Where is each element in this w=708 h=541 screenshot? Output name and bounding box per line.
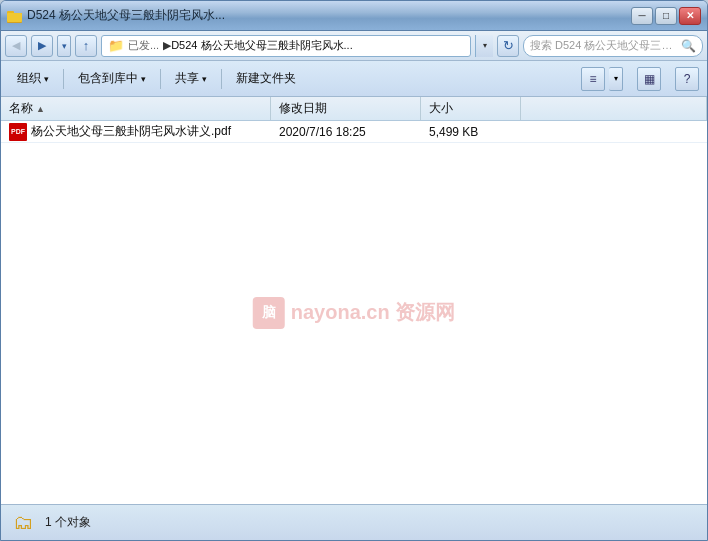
titlebar-buttons: ─ □ ✕ xyxy=(631,7,701,25)
view-dropdown-button[interactable]: ▾ xyxy=(609,67,623,91)
address-prefix: 已发... xyxy=(128,38,159,53)
table-row[interactable]: PDF 杨公天地父母三般卦阴宅风水讲义.pdf 2020/7/16 18:25 … xyxy=(1,121,707,143)
restore-button[interactable]: □ xyxy=(655,7,677,25)
watermark-logo: 脑 xyxy=(253,297,285,329)
svg-rect-2 xyxy=(7,13,22,22)
addressbar: ◀ ▶ ▾ ↑ 📁 已发... ▶ D524 杨公天地父母三般卦阴宅风水... … xyxy=(1,31,707,61)
sort-arrow: ▲ xyxy=(36,104,45,114)
search-placeholder: 搜索 D524 杨公天地父母三般卦阴宅... xyxy=(530,38,677,53)
new-folder-button[interactable]: 新建文件夹 xyxy=(228,65,304,93)
status-text: 1 个对象 xyxy=(45,514,91,531)
library-button[interactable]: 包含到库中 ▾ xyxy=(70,65,154,93)
titlebar-title: D524 杨公天地父母三般卦阴宅风水... xyxy=(27,7,225,24)
address-separator: ▶ xyxy=(163,39,171,52)
address-folder-icon: 📁 xyxy=(108,38,124,53)
share-dropdown-icon: ▾ xyxy=(202,74,207,84)
status-folder-icon: 🗂 xyxy=(13,511,37,535)
statusbar: 🗂 1 个对象 xyxy=(1,504,707,540)
column-header-name[interactable]: 名称 ▲ xyxy=(1,97,271,120)
toolbar-sep-3 xyxy=(221,69,222,89)
pdf-icon: PDF xyxy=(9,123,27,141)
column-headers: 名称 ▲ 修改日期 大小 xyxy=(1,97,707,121)
view-button[interactable]: ≡ xyxy=(581,67,605,91)
toolbar-sep-1 xyxy=(63,69,64,89)
organize-dropdown-icon: ▾ xyxy=(44,74,49,84)
address-main: D524 杨公天地父母三般卦阴宅风水... xyxy=(171,38,353,53)
toolbar: 组织 ▾ 包含到库中 ▾ 共享 ▾ 新建文件夹 ≡ ▾ ▦ ? xyxy=(1,61,707,97)
file-name-cell: PDF 杨公天地父母三般卦阴宅风水讲义.pdf xyxy=(1,123,271,141)
toolbar-right: ≡ ▾ ▦ ? xyxy=(581,67,699,91)
forward-button[interactable]: ▶ xyxy=(31,35,53,57)
layout-button[interactable]: ▦ xyxy=(637,67,661,91)
column-header-type[interactable] xyxy=(521,97,707,120)
nav-dropdown[interactable]: ▾ xyxy=(57,35,71,57)
column-header-size[interactable]: 大小 xyxy=(421,97,521,120)
back-button[interactable]: ◀ xyxy=(5,35,27,57)
window: D524 杨公天地父母三般卦阴宅风水... ─ □ ✕ ◀ ▶ ▾ ↑ 📁 已发… xyxy=(0,0,708,541)
file-date-cell: 2020/7/16 18:25 xyxy=(271,125,421,139)
library-dropdown-icon: ▾ xyxy=(141,74,146,84)
address-path[interactable]: 📁 已发... ▶ D524 杨公天地父母三般卦阴宅风水... xyxy=(101,35,471,57)
file-size-cell: 5,499 KB xyxy=(421,125,521,139)
titlebar: D524 杨公天地父母三般卦阴宅风水... ─ □ ✕ xyxy=(1,1,707,31)
file-list: PDF 杨公天地父母三般卦阴宅风水讲义.pdf 2020/7/16 18:25 … xyxy=(1,121,707,504)
view-icon: ≡ xyxy=(589,72,596,86)
titlebar-left: D524 杨公天地父母三般卦阴宅风水... xyxy=(7,7,225,24)
address-dropdown-btn[interactable]: ▾ xyxy=(475,35,493,57)
up-button[interactable]: ↑ xyxy=(75,35,97,57)
watermark: 脑 nayona.cn 资源网 xyxy=(253,297,455,329)
help-button[interactable]: ? xyxy=(675,67,699,91)
refresh-button[interactable]: ↻ xyxy=(497,35,519,57)
share-button[interactable]: 共享 ▾ xyxy=(167,65,215,93)
column-header-date[interactable]: 修改日期 xyxy=(271,97,421,120)
toolbar-sep-2 xyxy=(160,69,161,89)
organize-button[interactable]: 组织 ▾ xyxy=(9,65,57,93)
close-button[interactable]: ✕ xyxy=(679,7,701,25)
window-icon xyxy=(7,8,23,24)
search-icon[interactable]: 🔍 xyxy=(681,39,696,53)
search-box[interactable]: 搜索 D524 杨公天地父母三般卦阴宅... 🔍 xyxy=(523,35,703,57)
minimize-button[interactable]: ─ xyxy=(631,7,653,25)
